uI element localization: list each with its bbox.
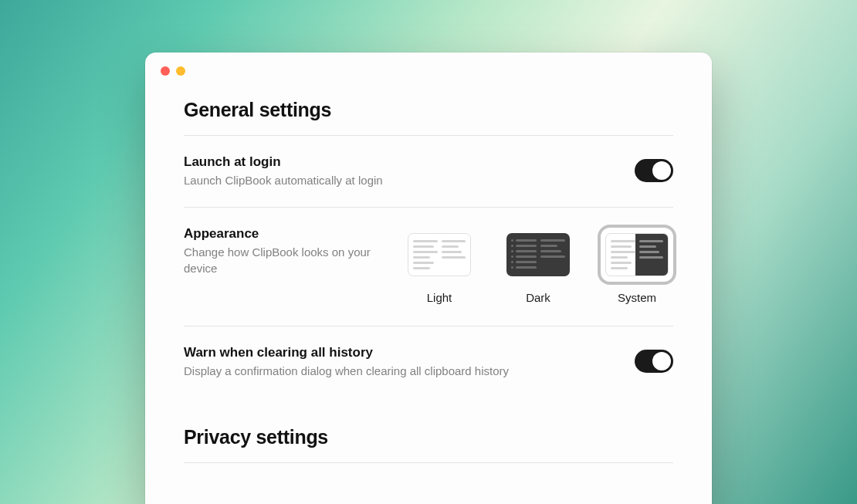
close-icon[interactable] <box>161 66 170 76</box>
launch-title: Launch at login <box>184 154 383 170</box>
appearance-option-light[interactable]: Light <box>403 228 476 304</box>
privacy-settings-title: Privacy settings <box>184 426 673 448</box>
launch-desc: Launch ClipBook automatically at login <box>184 173 383 188</box>
launch-at-login-toggle[interactable] <box>635 159 673 182</box>
dark-theme-icon <box>506 233 570 276</box>
appearance-desc: Change how ClipBook looks on your device <box>184 245 384 276</box>
content-area: General settings Launch at login Launch … <box>145 76 712 463</box>
warn-clear-history-row: Warn when clearing all history Display a… <box>184 326 673 397</box>
light-theme-icon <box>408 233 471 276</box>
minimize-icon[interactable] <box>176 66 185 76</box>
warn-desc: Display a confirmation dialog when clear… <box>184 364 509 379</box>
settings-window: General settings Launch at login Launch … <box>145 52 712 504</box>
warn-clear-history-toggle[interactable] <box>635 350 673 373</box>
appearance-system-label: System <box>618 291 656 304</box>
system-theme-icon <box>605 233 669 276</box>
window-controls <box>145 52 712 76</box>
warn-title: Warn when clearing all history <box>184 345 509 360</box>
zoom-icon <box>191 66 201 76</box>
appearance-row: Appearance Change how ClipBook looks on … <box>184 208 673 326</box>
launch-at-login-row: Launch at login Launch ClipBook automati… <box>184 136 673 207</box>
appearance-light-label: Light <box>427 291 452 304</box>
appearance-dark-label: Dark <box>526 291 550 304</box>
general-settings-title: General settings <box>184 99 673 121</box>
appearance-option-dark[interactable]: Dark <box>502 228 574 304</box>
appearance-option-system[interactable]: System <box>601 228 673 304</box>
divider <box>184 462 673 463</box>
appearance-options: Light <box>403 228 673 304</box>
appearance-title: Appearance <box>184 226 384 242</box>
